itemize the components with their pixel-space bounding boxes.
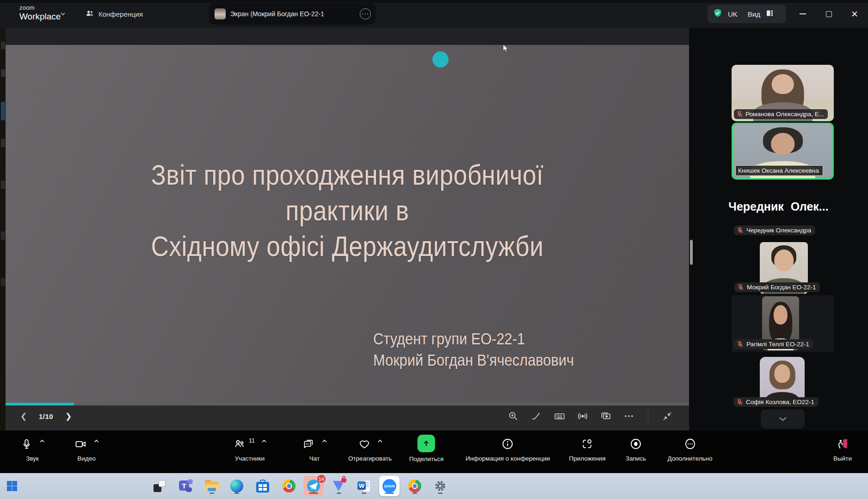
record-label: Запись [626, 455, 646, 462]
window-minimize-button[interactable] [792, 0, 814, 28]
titlebar: zoom Workplace Конференция Экран (Мокрий… [0, 0, 868, 28]
zoom-in-icon[interactable] [507, 410, 519, 422]
window-maximize-button[interactable] [818, 0, 840, 28]
meeting-info-label: Информация о конференции [466, 455, 550, 462]
mic-muted-icon [736, 111, 743, 118]
participant-pill-mokryi: Мокрий Богдан ЕО-22-1 [734, 282, 820, 292]
react-button[interactable]: Отреагировать [348, 436, 392, 462]
video-tile-knyshek-active[interactable]: Книшек Оксана Алексеевна [732, 123, 834, 180]
participants-label: Участники [235, 455, 265, 462]
prev-slide-button[interactable]: ❮ [18, 410, 30, 422]
slide-title-line3: Східному офісі Держаудитслужби [53, 228, 641, 264]
info-icon [501, 437, 514, 450]
meeting-info-button[interactable]: Информация о конференции [466, 436, 550, 462]
ms-store-icon[interactable] [253, 477, 272, 495]
video-tile-romanova[interactable]: Романова Олександра, Е... [732, 65, 834, 121]
logo-zoom-text: zoom [19, 4, 61, 11]
chat-button[interactable]: Чат [302, 436, 327, 462]
word-icon[interactable]: W [355, 477, 373, 495]
leave-button[interactable]: Выйти [833, 436, 852, 462]
workspace-chevron-down-icon[interactable] [60, 11, 65, 16]
video-button[interactable]: Видео [74, 436, 99, 462]
tab-more-icon[interactable]: ··· [360, 8, 371, 19]
tab-screen-label: Экран (Мокрий Богдан ЕО-22-1 [230, 10, 324, 18]
file-explorer-icon[interactable] [203, 477, 221, 495]
participant-pill-cherednyk: Чередник Олександра [734, 225, 815, 235]
participants-button[interactable]: 11 Участники [233, 436, 266, 462]
windows-taskbar: T [0, 473, 868, 499]
edge-icon[interactable] [228, 477, 246, 495]
zoom-app-icon[interactable]: zoom [380, 477, 399, 495]
mic-muted-icon [737, 341, 744, 348]
record-button[interactable]: Запись [626, 436, 646, 462]
camera-icon [74, 438, 87, 450]
audio-options-chevron-icon[interactable] [39, 439, 44, 444]
slide-progress-track[interactable] [6, 403, 689, 405]
share-screen-button[interactable]: Поделиться [409, 436, 444, 462]
broadcast-icon[interactable] [577, 410, 589, 422]
zoom-workplace-logo: zoom Workplace [19, 4, 61, 22]
mic-muted-icon [736, 399, 743, 405]
tab-conference[interactable]: Конференция [85, 0, 143, 28]
participant-pill-rahimli: Рагімлі Теллі ЕО-22-1 [734, 339, 813, 349]
audio-label: Звук [26, 455, 39, 462]
slides-pip-icon[interactable] [600, 410, 612, 422]
meeting-status-pill: UK Вид [708, 5, 786, 23]
more-button[interactable]: Дополнительно [667, 436, 712, 462]
video-label: Видео [77, 455, 95, 462]
chrome-icon-2[interactable] [406, 477, 424, 495]
slide-subtitle: Студент групи ЕО-22-1 Мокрий Богдан В'яч… [373, 328, 574, 371]
triangle-app-icon[interactable] [330, 477, 348, 495]
share-label: Поделиться [409, 455, 444, 462]
participants-panel: Романова Олександра, Е... Книшек Оксана … [689, 28, 868, 430]
react-options-chevron-icon[interactable] [377, 439, 382, 444]
teams-icon[interactable]: T [177, 477, 195, 495]
presenter-avatar [215, 8, 226, 19]
meeting-lang-badge: UK [728, 10, 738, 18]
audio-button[interactable]: Звук [20, 436, 44, 462]
window-close-button[interactable]: ✕ [843, 0, 866, 28]
react-label: Отреагировать [348, 455, 392, 462]
slide-subtitle-line2: Мокрий Богдан В'ячеславович [373, 349, 574, 371]
task-view-button[interactable] [150, 477, 169, 495]
panel-resize-handle[interactable] [690, 240, 693, 265]
windows-logo-icon [6, 480, 18, 492]
people-icon [85, 9, 94, 19]
slide-title-line2: практики в [53, 193, 641, 228]
shared-screen-top-strip [6, 28, 689, 45]
video-options-chevron-icon[interactable] [94, 439, 99, 444]
shield-check-icon[interactable] [713, 8, 722, 19]
more-ellipsis-icon [683, 437, 696, 450]
more-tools-icon[interactable] [623, 410, 635, 422]
panel-scroll-down-button[interactable] [761, 409, 805, 429]
slide-progress-fill [6, 403, 74, 405]
tab-screen-share[interactable]: Экран (Мокрий Богдан ЕО-22-1 ··· [209, 3, 376, 25]
keyboard-icon[interactable] [554, 410, 566, 422]
view-button-label[interactable]: Вид [748, 10, 760, 18]
participant-label-active: Книшек Оксана Алексеевна [735, 165, 823, 176]
participants-options-chevron-icon[interactable] [261, 439, 266, 444]
record-icon [629, 437, 642, 450]
annotate-pen-icon[interactable] [530, 410, 542, 422]
annotation-dot [432, 51, 449, 68]
telegram-icon[interactable]: 14 [304, 477, 323, 495]
next-slide-button[interactable]: ❯ [62, 410, 74, 422]
settings-gear-icon[interactable] [431, 477, 449, 495]
exit-fullscreen-icon[interactable] [661, 410, 673, 422]
video-tile-kozlova[interactable] [760, 357, 805, 403]
meeting-toolbar: Звук Видео 11 Участники Чат [0, 430, 868, 473]
apps-label: Приложения [569, 455, 606, 462]
chat-options-chevron-icon[interactable] [322, 439, 327, 444]
slide-title: Звіт про проходження виробничої практики… [53, 157, 641, 264]
view-layout-icon[interactable] [766, 9, 774, 19]
chat-icon [302, 438, 315, 450]
chrome-icon[interactable] [280, 477, 298, 495]
apps-button[interactable]: Приложения [569, 436, 606, 462]
start-button[interactable] [3, 477, 21, 495]
slide-title-line1: Звіт про проходження виробничої [53, 157, 641, 193]
participants-count-badge: 11 [249, 437, 255, 444]
shared-screen-edge-strip [0, 28, 6, 430]
shared-presentation-slide: Звіт про проходження виробничої практики… [6, 45, 689, 403]
mouse-cursor [503, 44, 509, 53]
heart-icon [357, 438, 370, 450]
